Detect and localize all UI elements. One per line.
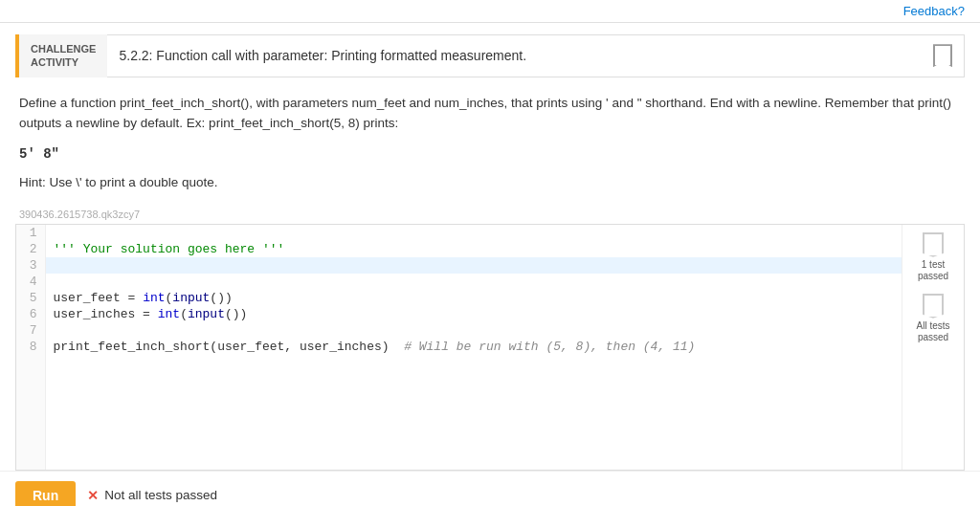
- hint-text: Hint: Use \' to print a double quote.: [19, 172, 965, 193]
- code-line-7: 7: [16, 322, 902, 339]
- status-message: ✕ Not all tests passed: [87, 488, 217, 503]
- code-line-2: 2 ''' Your solution goes here ''': [16, 241, 902, 257]
- code-area[interactable]: 1 2 ''' Your solution goes here ''' 3 4: [16, 225, 902, 470]
- challenge-title: 5.2.2: Function call with parameter: Pri…: [119, 48, 526, 63]
- code-line-blank-6: [16, 451, 902, 470]
- code-line-5: 5 user_feet = int(input()): [16, 290, 902, 306]
- top-bar: Feedback?: [0, 0, 980, 23]
- test2-indicator: All tests passed: [906, 294, 960, 343]
- test1-label: 1 test passed: [906, 259, 960, 282]
- code-line-6: 6 user_inches = int(input()): [16, 306, 902, 322]
- status-text: Not all tests passed: [104, 488, 217, 502]
- description-text: Define a function print_feet_inch_short(…: [19, 93, 965, 134]
- code-line-blank-5: [16, 431, 902, 451]
- editor-container: 1 2 ''' Your solution goes here ''' 3 4: [15, 224, 965, 471]
- test1-icon: [923, 232, 944, 257]
- code-line-4: 4: [16, 274, 902, 290]
- description-area: Define a function print_feet_inch_short(…: [0, 77, 980, 209]
- test2-label: All tests passed: [906, 320, 960, 343]
- bookmark-icon[interactable]: [933, 44, 952, 67]
- bottom-bar: Run ✕ Not all tests passed: [0, 471, 980, 506]
- session-id: 390436.2615738.qk3zcy7: [0, 209, 980, 224]
- code-line-blank-4: [16, 412, 902, 431]
- code-line-blank-2: [16, 374, 902, 393]
- code-line-3: 3: [16, 257, 902, 274]
- run-button[interactable]: Run: [15, 481, 76, 506]
- code-line-blank-3: [16, 393, 902, 412]
- challenge-label: CHALLENGE ACTIVITY: [19, 34, 107, 77]
- status-x-icon: ✕: [87, 488, 99, 503]
- code-table: 1 2 ''' Your solution goes here ''' 3 4: [16, 225, 902, 470]
- code-line-blank-1: [16, 355, 902, 374]
- code-line-8: 8 print_feet_inch_short(user_feet, user_…: [16, 339, 902, 355]
- test1-indicator: 1 test passed: [906, 232, 960, 282]
- challenge-header: CHALLENGE ACTIVITY 5.2.2: Function call …: [15, 34, 965, 77]
- challenge-title-area: 5.2.2: Function call with parameter: Pri…: [107, 34, 965, 77]
- feedback-link[interactable]: Feedback?: [903, 4, 965, 18]
- code-example: 5' 8": [19, 143, 965, 165]
- test2-icon: [923, 294, 944, 319]
- side-panel: 1 test passed All tests passed: [902, 225, 964, 470]
- code-line-1: 1: [16, 225, 902, 241]
